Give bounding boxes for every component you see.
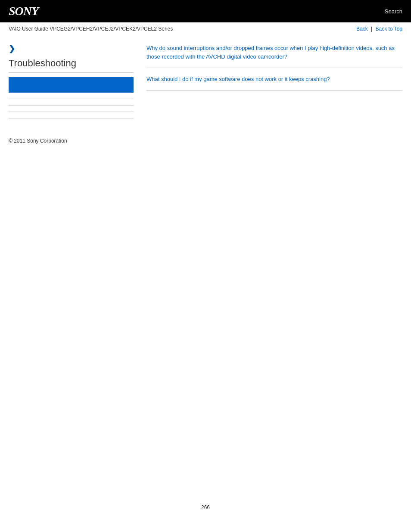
search-button[interactable]: Search xyxy=(385,8,402,15)
back-link[interactable]: Back xyxy=(356,26,368,32)
content-link-2[interactable]: What should I do if my game software doe… xyxy=(146,75,402,84)
sony-logo: SONY xyxy=(9,4,38,18)
sidebar-divider-2 xyxy=(9,105,134,106)
copyright-text: © 2011 Sony Corporation xyxy=(9,138,67,144)
content-divider-1 xyxy=(146,68,402,68)
content-area: Why do sound interruptions and/or droppe… xyxy=(142,44,402,124)
sidebar-active-item[interactable] xyxy=(9,77,134,93)
breadcrumb-text: VAIO User Guide VPCEG2/VPCEH2/VPCEJ2/VPC… xyxy=(9,26,173,32)
sidebar-title: Troubleshooting xyxy=(9,58,134,73)
content-divider-2 xyxy=(146,90,402,91)
sidebar-divider-1 xyxy=(9,99,134,99)
sidebar: ❯ Troubleshooting xyxy=(9,44,142,124)
back-to-top-link[interactable]: Back to Top xyxy=(376,26,402,32)
sidebar-divider-4 xyxy=(9,118,134,118)
main-container: ❯ Troubleshooting Why do sound interrupt… xyxy=(0,35,411,124)
header: SONY Search xyxy=(0,0,411,22)
chevron-icon: ❯ xyxy=(9,44,134,53)
footer: © 2011 Sony Corporation xyxy=(0,124,411,152)
breadcrumb-bar: VAIO User Guide VPCEG2/VPCEH2/VPCEJ2/VPC… xyxy=(0,22,411,35)
content-link-1[interactable]: Why do sound interruptions and/or droppe… xyxy=(146,44,402,61)
breadcrumb-separator: | xyxy=(371,26,372,32)
breadcrumb-links: Back | Back to Top xyxy=(356,26,402,32)
page-number: 266 xyxy=(193,496,218,519)
sidebar-divider-3 xyxy=(9,112,134,112)
